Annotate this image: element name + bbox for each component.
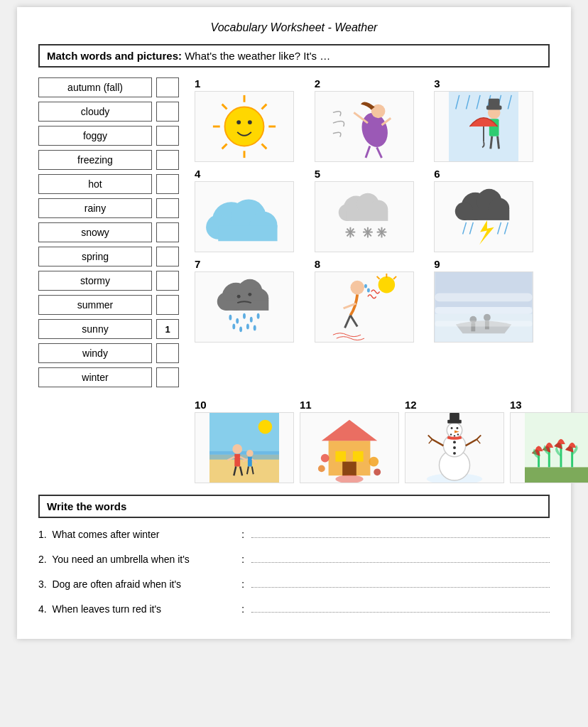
word-item-rainy: rainy [38,198,180,218]
answer-line-3[interactable] [251,575,550,588]
word-item-sunny: sunny 1 [38,319,180,339]
svg-rect-105 [234,454,240,467]
svg-rect-57 [464,210,510,220]
svg-line-4 [222,104,227,109]
svg-line-6 [262,104,267,109]
word-summer: summer [38,295,152,315]
match-section-header: Match words and pictures: What's the wea… [38,44,550,68]
svg-point-72 [243,313,246,319]
word-item-snowy: snowy [38,222,180,242]
svg-line-145 [477,435,481,439]
picture-10: 10 [195,399,294,483]
svg-point-8 [225,107,264,146]
worksheet: Vocabulary Worksheet - Weather Match wor… [17,7,571,639]
svg-line-143 [429,439,432,443]
picture-3: 3 [434,77,550,162]
picture-1: 1 [195,77,310,162]
answer-winter[interactable] [156,367,179,387]
answer-stormy[interactable] [156,271,179,291]
svg-line-87 [344,316,350,328]
rain-person-image [434,91,533,162]
svg-point-124 [374,468,381,475]
svg-point-85 [367,289,370,293]
picture-5: 5 [315,168,430,252]
svg-rect-98 [435,307,533,314]
autumn-image [300,412,399,483]
svg-line-13 [366,146,370,158]
word-autumn: autumn (fall) [38,77,152,97]
question-2-text: 2. You need an umbrella when it's [38,554,237,565]
answer-windy[interactable] [156,343,179,363]
svg-rect-120 [342,462,356,476]
write-header: Write the words [47,500,126,512]
svg-line-60 [470,222,474,235]
answer-line-1[interactable] [251,525,550,538]
svg-rect-99 [435,321,533,327]
word-item-freezing: freezing [38,150,180,170]
answer-cloudy[interactable] [156,102,179,122]
word-stormy: stormy [38,271,152,291]
answer-hot[interactable] [156,174,179,194]
svg-point-73 [250,317,253,323]
answer-freezing[interactable] [156,150,179,170]
svg-line-144 [466,439,477,446]
word-item-cloudy: cloudy [38,102,180,122]
svg-point-122 [369,457,379,467]
svg-point-79 [378,276,395,294]
svg-point-110 [246,450,254,457]
svg-rect-40 [346,211,388,221]
answer-rainy[interactable] [156,198,179,218]
svg-line-81 [376,276,379,279]
fog-image [434,271,533,343]
svg-marker-58 [479,220,494,244]
svg-line-61 [498,222,501,235]
question-1-text: 1. What comes after winter [38,529,237,540]
svg-point-123 [318,465,325,473]
word-item-windy: windy [38,343,180,363]
answer-foggy[interactable] [156,126,179,146]
svg-point-70 [229,315,232,321]
picture-6: 6 [434,168,550,252]
answer-snowy[interactable] [156,222,179,242]
write-section-header: Write the words [38,495,550,518]
word-spring: spring [38,247,152,266]
svg-rect-26 [489,99,500,107]
svg-point-136 [454,435,455,436]
svg-point-75 [232,324,235,330]
svg-point-137 [457,433,459,435]
wind-image [315,91,414,162]
spring-image [510,412,588,483]
svg-marker-117 [322,420,377,441]
svg-point-69 [248,293,251,296]
word-item-autumn: autumn (fall) [38,77,180,97]
svg-point-133 [456,427,458,429]
answer-line-4[interactable] [251,600,550,613]
word-item-foggy: foggy [38,126,180,146]
svg-line-29 [498,136,499,149]
answer-summer[interactable] [156,295,179,315]
svg-point-84 [364,284,367,289]
answer-autumn[interactable] [156,77,179,97]
answer-line-2[interactable] [251,550,550,563]
svg-point-9 [236,120,241,124]
word-hot: hot [38,174,152,194]
svg-rect-111 [248,457,252,467]
answer-spring[interactable] [156,247,179,266]
word-winter: winter [38,367,152,387]
svg-rect-148 [525,467,588,483]
sun-image [195,91,294,162]
match-area: autumn (fall) cloudy foggy freezing hot … [38,77,550,387]
svg-point-76 [239,326,242,332]
svg-point-10 [248,120,252,124]
svg-point-140 [453,452,456,455]
svg-point-83 [350,281,364,295]
word-cloudy: cloudy [38,102,152,122]
word-item-hot: hot [38,174,180,194]
answer-sunny[interactable]: 1 [156,319,179,339]
question-3: 3. Dog are often afraid when it's : [38,575,550,590]
rain-cloud-image [195,271,294,343]
word-item-stormy: stormy [38,271,180,291]
svg-line-28 [491,136,492,149]
svg-point-71 [236,318,239,324]
word-freezing: freezing [38,150,152,170]
